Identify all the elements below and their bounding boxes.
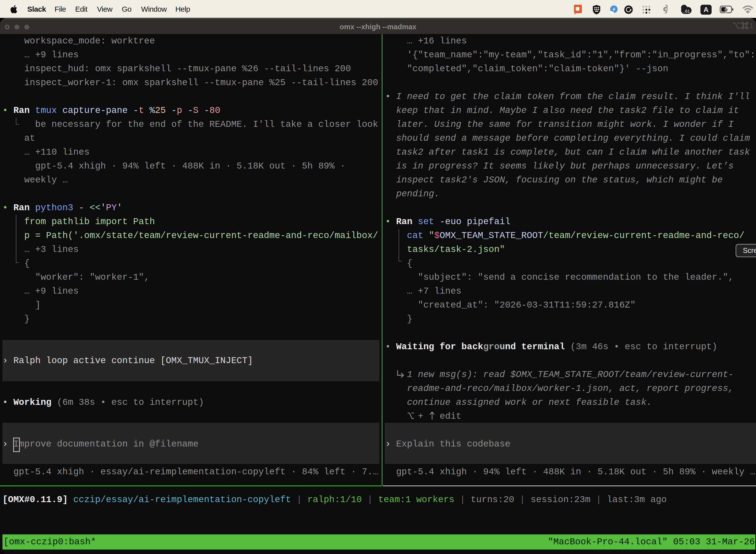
svg-text:1: 1	[750, 22, 753, 29]
svg-text:..61: ..61	[683, 9, 690, 14]
